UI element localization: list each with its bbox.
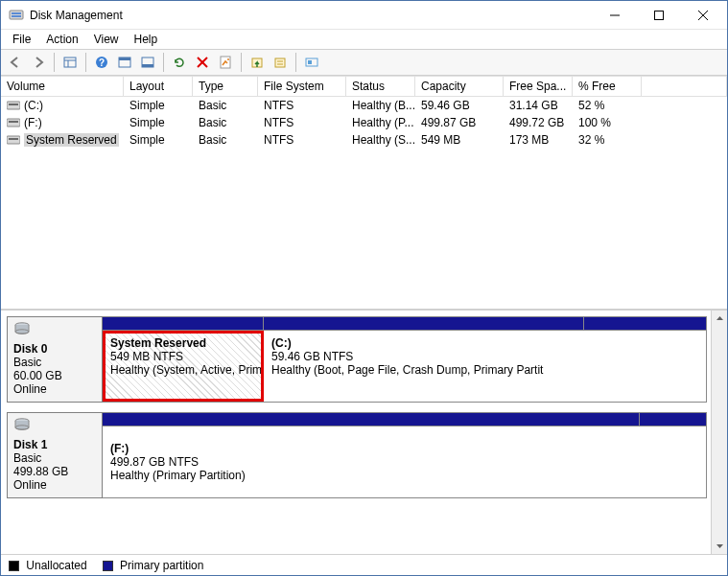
partition[interactable]: (F:)499.87 GB NTFSHealthy (Primary Parti… (103, 426, 640, 497)
disk-map: Disk 0Basic60.00 GBOnlineSystem Reserved… (1, 311, 727, 554)
partition-status: Healthy (System, Active, Prim (110, 363, 255, 377)
cell-pct: 32 % (573, 132, 642, 148)
partition-sub: 499.87 GB NTFS (110, 455, 632, 469)
delete-button[interactable] (192, 52, 213, 73)
partition-row: (F:)499.87 GB NTFSHealthy (Primary Parti… (103, 426, 706, 497)
column-header-volume[interactable]: Volume (1, 76, 124, 96)
menu-action[interactable]: Action (38, 31, 85, 48)
maximize-button[interactable] (637, 1, 681, 29)
cell-free: 499.72 GB (504, 115, 573, 130)
column-header-layout[interactable]: Layout (124, 76, 193, 96)
svg-rect-27 (9, 104, 18, 105)
menu-help[interactable]: Help (127, 31, 166, 48)
volume-list[interactable]: VolumeLayoutTypeFile SystemStatusCapacit… (1, 76, 727, 311)
svg-rect-21 (275, 58, 285, 67)
disk-cap (103, 413, 706, 426)
column-header-capacity[interactable]: Capacity (415, 76, 504, 96)
column-header-type[interactable]: Type (193, 76, 258, 96)
cell-layout: Simple (124, 98, 193, 113)
disk-cap (103, 317, 706, 331)
svg-rect-13 (119, 58, 130, 60)
drive-icon (7, 101, 20, 110)
disk-row: Disk 0Basic60.00 GBOnlineSystem Reserved… (7, 316, 707, 403)
volume-row[interactable]: (C:)SimpleBasicNTFSHealthy (B...59.46 GB… (1, 97, 727, 114)
cell-layout: Simple (124, 132, 193, 148)
scroll-track[interactable] (712, 327, 727, 538)
help-button[interactable]: ? (91, 52, 112, 73)
cell-type: Basic (193, 98, 258, 113)
disk-kind: Basic (13, 356, 96, 369)
disk-info[interactable]: Disk 0Basic60.00 GBOnline (7, 316, 103, 403)
cell-fs: NTFS (258, 115, 346, 130)
cell-pct: 52 % (573, 98, 642, 113)
cell-free: 31.14 GB (504, 98, 573, 113)
partition-status: Healthy (Primary Partition) (110, 469, 632, 482)
toolbar-sep (85, 53, 86, 72)
back-button[interactable] (5, 52, 26, 73)
action-button[interactable] (247, 52, 268, 73)
disk-partitions: System Reserved549 MB NTFSHealthy (Syste… (103, 316, 707, 403)
column-header-status[interactable]: Status (346, 76, 415, 96)
settings-bottom-button[interactable] (137, 52, 158, 73)
volume-body[interactable]: (C:)SimpleBasicNTFSHealthy (B...59.46 GB… (1, 97, 727, 149)
partition[interactable]: System Reserved549 MB NTFSHealthy (Syste… (103, 331, 264, 402)
disk-map-content[interactable]: Disk 0Basic60.00 GBOnlineSystem Reserved… (1, 311, 711, 554)
scroll-up-icon[interactable] (712, 311, 727, 327)
svg-rect-31 (9, 138, 18, 140)
disk-row: Disk 1Basic499.88 GBOnline(F:)499.87 GB … (7, 412, 707, 498)
column-header-free[interactable]: Free Spa... (504, 76, 573, 96)
window-title: Disk Management (30, 9, 593, 22)
partition[interactable]: (C:)59.46 GB NTFSHealthy (Boot, Page Fil… (264, 331, 584, 402)
svg-text:?: ? (99, 58, 105, 68)
forward-button[interactable] (28, 52, 49, 73)
menu-file[interactable]: File (5, 31, 38, 48)
partition-label: System Reserved (110, 336, 255, 350)
disk-stack-icon (13, 417, 96, 434)
svg-rect-2 (12, 15, 21, 17)
volume-row[interactable]: (F:)SimpleBasicNTFSHealthy (P...499.87 G… (1, 114, 727, 131)
cell-layout: Simple (124, 115, 193, 130)
svg-point-19 (227, 58, 229, 60)
volume-header: VolumeLayoutTypeFile SystemStatusCapacit… (1, 76, 727, 97)
cell-type: Basic (193, 115, 258, 130)
cell-volume: (F:) (1, 115, 124, 130)
properties-button[interactable] (215, 52, 236, 73)
show-hide-button[interactable] (59, 52, 81, 73)
partition-sub: 549 MB NTFS (110, 350, 255, 363)
disk-state: Online (13, 382, 96, 396)
partition-label: (F:) (110, 442, 632, 455)
extra-button[interactable] (301, 52, 322, 73)
toolbar-sep (54, 53, 55, 72)
svg-rect-4 (655, 11, 664, 19)
app-icon (9, 8, 24, 23)
cell-status: Healthy (B... (346, 98, 415, 113)
drive-icon (7, 118, 20, 127)
volume-row[interactable]: System ReservedSimpleBasicNTFSHealthy (S… (1, 131, 727, 149)
svg-rect-0 (10, 11, 23, 19)
toolbar-sep (163, 53, 164, 72)
close-button[interactable] (681, 1, 725, 29)
menu-view[interactable]: View (86, 31, 127, 48)
partition-row: System Reserved549 MB NTFSHealthy (Syste… (103, 331, 706, 402)
disk-name: Disk 1 (13, 436, 96, 451)
swatch-black-icon (9, 561, 19, 571)
legend-primary: Primary partition (103, 559, 204, 572)
scroll-down-icon[interactable] (712, 538, 727, 554)
cell-capacity: 549 MB (415, 132, 504, 148)
disk-size: 60.00 GB (13, 369, 96, 382)
disk-info[interactable]: Disk 1Basic499.88 GBOnline (7, 412, 103, 498)
disk-scrollbar[interactable] (711, 311, 727, 554)
settings-top-button[interactable] (114, 52, 135, 73)
cell-fs: NTFS (258, 132, 346, 148)
column-header-filler (642, 76, 727, 96)
column-header-fs[interactable]: File System (258, 76, 346, 96)
column-header-pct[interactable]: % Free (573, 76, 642, 96)
more-button[interactable] (270, 52, 291, 73)
drive-icon (7, 135, 20, 145)
legend: Unallocated Primary partition (1, 554, 727, 575)
disk-partitions: (F:)499.87 GB NTFSHealthy (Primary Parti… (103, 412, 707, 498)
minimize-button[interactable] (593, 1, 637, 29)
refresh-button[interactable] (169, 52, 190, 73)
partition-label: (C:) (271, 336, 576, 350)
cell-status: Healthy (S... (346, 132, 415, 148)
